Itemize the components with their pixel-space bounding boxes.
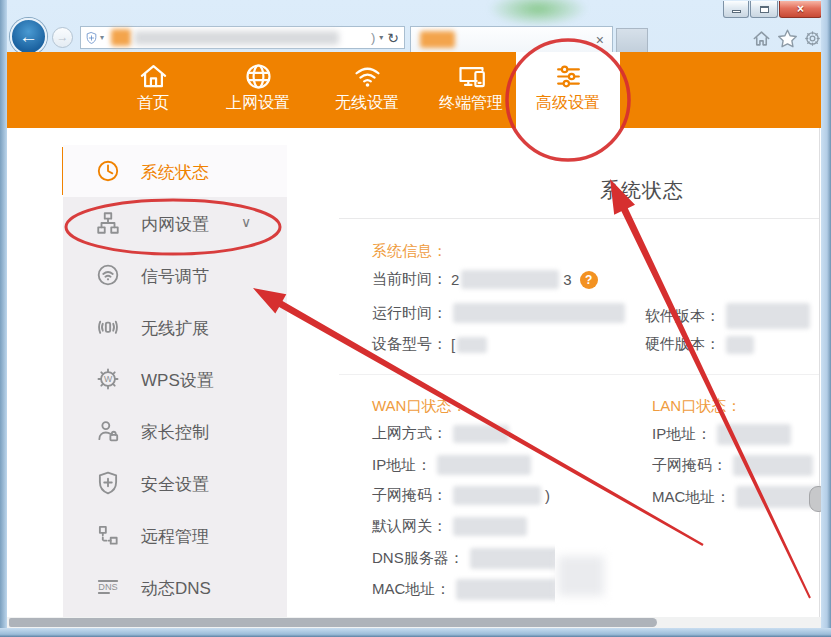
shield-plus-icon — [95, 470, 121, 496]
nav-item-label: 首页 — [103, 93, 203, 114]
sidebar-item-wps-settings[interactable]: W WPS设置 — [63, 353, 287, 405]
address-bar-actions: ) ▾ ↻ — [371, 30, 404, 46]
wifi-icon — [352, 61, 383, 92]
value-redacted — [453, 303, 625, 323]
browser-tab[interactable]: × — [410, 26, 613, 52]
dns-letters: DNS — [98, 582, 117, 592]
devices-icon — [456, 61, 487, 92]
maximize-button[interactable] — [750, 1, 778, 18]
section-heading-system-info: 系统信息： — [372, 242, 447, 261]
field-label: DNS服务器： — [372, 549, 464, 568]
forward-button[interactable]: → — [52, 27, 73, 48]
value-fragment: ) — [545, 487, 550, 504]
window-border-left — [0, 0, 7, 637]
lan-row-subnet-mask: 子网掩码： — [652, 455, 813, 476]
site-dropdown-icon[interactable]: ▾ — [100, 33, 104, 42]
refresh-icon[interactable]: ↻ — [387, 30, 399, 46]
field-label: IP地址： — [372, 456, 431, 475]
sidebar-item-label: 家长控制 — [141, 421, 209, 444]
wan-row-connection-type: 上网方式： — [372, 424, 509, 443]
sidebar-item-label: 内网设置 — [141, 213, 209, 236]
maximize-icon — [760, 6, 769, 13]
home-toolbar-icon — [752, 29, 771, 48]
site-shield-icon — [85, 30, 98, 46]
info-row-uptime: 运行时间： — [372, 303, 625, 323]
field-label: 运行时间： — [372, 304, 447, 323]
value-redacted — [726, 303, 810, 329]
close-icon: × — [797, 2, 804, 16]
wan-row-default-gateway: 默认网关： — [372, 517, 527, 536]
back-button[interactable]: ← — [10, 18, 47, 55]
horizontal-scrollbar-thumb[interactable] — [9, 618, 657, 627]
gear-icon — [803, 29, 822, 48]
gear-w-icon: W — [95, 366, 121, 392]
address-dropdown-icon[interactable]: ▾ — [379, 33, 383, 42]
favorites-button[interactable] — [777, 28, 798, 49]
value-redacted — [437, 455, 531, 475]
new-tab-button[interactable] — [616, 28, 648, 52]
section-heading-wan-status: WAN口状态： — [372, 397, 466, 416]
globe-icon — [243, 61, 274, 92]
main-navbar: 首页 上网设置 无线设置 终端管理 高级设置 — [7, 52, 821, 128]
redaction-smudge — [558, 556, 604, 596]
sidebar-item-lan-settings[interactable]: 内网设置 ∨ — [63, 197, 287, 249]
info-row-hardware-version: 硬件版本： — [645, 335, 754, 354]
home-toolbar-button[interactable] — [752, 29, 771, 48]
sidebar-item-signal-adjust[interactable]: 信号调节 — [63, 249, 287, 301]
address-bar[interactable]: ▾ ) ▾ ↻ — [80, 26, 405, 49]
nav-item-home[interactable]: 首页 — [103, 52, 203, 128]
nav-item-wireless-settings[interactable]: 无线设置 — [317, 52, 417, 128]
sidebar-item-label: 安全设置 — [141, 473, 209, 496]
value-fragment: 2 — [451, 271, 459, 288]
value-redacted — [457, 337, 487, 353]
sidebar-item-parental-control[interactable]: 家长控制 — [63, 405, 287, 457]
url-redacted — [134, 31, 339, 45]
value-redacted — [453, 425, 509, 443]
field-label: 当前时间： — [372, 270, 447, 289]
sidebar-item-dynamic-dns[interactable]: DNS 动态DNS — [63, 561, 287, 613]
clock-icon — [95, 158, 121, 184]
field-label: 软件版本： — [645, 307, 720, 326]
divider — [339, 218, 819, 219]
sliders-icon — [553, 61, 584, 92]
info-row-software-version: 软件版本： — [645, 303, 810, 329]
field-label: MAC地址： — [652, 488, 730, 507]
home-icon — [138, 61, 169, 92]
sidebar-item-security-settings[interactable]: 安全设置 — [63, 457, 287, 509]
star-icon — [777, 28, 798, 49]
sidebar-item-label: 远程管理 — [141, 525, 209, 548]
nav-item-advanced-settings[interactable]: 高级设置 — [516, 52, 620, 128]
field-label: 子网掩码： — [372, 486, 447, 505]
nav-item-internet-settings[interactable]: 上网设置 — [208, 52, 308, 128]
value-redacted — [717, 424, 791, 445]
field-label: MAC地址： — [372, 580, 450, 599]
minimize-button[interactable] — [723, 1, 749, 18]
nav-item-client-management[interactable]: 终端管理 — [421, 52, 521, 128]
sidebar-item-remote-management[interactable]: 远程管理 — [63, 509, 287, 561]
value-redacted — [733, 455, 813, 476]
tab-close-icon[interactable]: × — [596, 32, 604, 48]
tools-button[interactable] — [803, 29, 822, 48]
nav-item-label: 高级设置 — [516, 93, 620, 114]
field-label: 上网方式： — [372, 424, 447, 443]
antenna-icon — [95, 314, 121, 340]
sitemap-icon — [95, 210, 121, 236]
back-icon: ← — [19, 26, 38, 47]
lan-row-mac-address: MAC地址： — [652, 486, 822, 508]
lan-row-ip-address: IP地址： — [652, 424, 791, 445]
window-border-right — [821, 0, 831, 637]
url-paren-glyph: ) — [371, 30, 375, 45]
sidebar-item-system-status[interactable]: 系统状态 — [63, 145, 287, 197]
chevron-down-icon[interactable]: ∨ — [241, 214, 251, 230]
field-label: 设备型号： — [372, 335, 447, 354]
info-row-current-time: 当前时间： 2 3 ? — [372, 270, 598, 289]
close-button[interactable]: × — [779, 1, 822, 18]
divider — [339, 374, 819, 375]
page-title: 系统状态 — [600, 177, 684, 204]
nav-item-label: 上网设置 — [208, 93, 308, 114]
sidebar-item-label: 动态DNS — [141, 577, 211, 600]
sidebar-item-wireless-extend[interactable]: 无线扩展 — [63, 301, 287, 353]
forward-icon: → — [57, 30, 69, 44]
help-icon[interactable]: ? — [580, 271, 598, 289]
field-label: 硬件版本： — [645, 335, 720, 354]
